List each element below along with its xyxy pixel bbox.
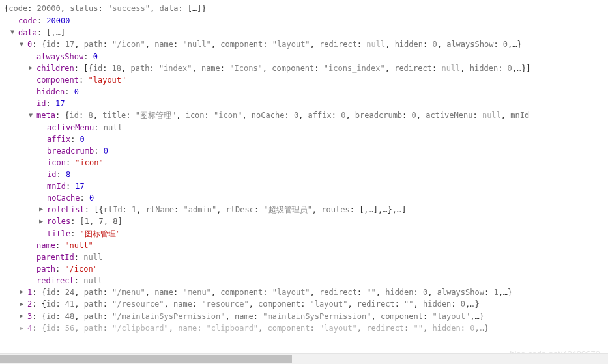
chevron-right-icon[interactable]: ▶ [20,286,26,298]
chevron-down-icon[interactable]: ▼ [10,26,17,38]
prop-affix[interactable]: affix: 0 [0,133,608,145]
prop-path[interactable]: path: "/icon" [0,263,608,275]
array-item-0[interactable]: ▼0: {id: 17, path: "/icon", name: "null"… [0,38,608,51]
prop-meta-id[interactable]: id: 8 [0,169,608,180]
chevron-right-icon[interactable]: ▶ [39,203,46,215]
array-item-4[interactable]: ▶4: {id: 56, path: "/clipboard", name: "… [0,322,608,335]
prop-roleList[interactable]: ▶roleList: [{rlId: 1, rlName: "admin", r… [0,204,608,216]
prop-data[interactable]: ▼data: [,…] [0,27,608,39]
chevron-down-icon[interactable]: ▼ [0,3,3,14]
prop-activeMenu[interactable]: activeMenu: null [0,122,608,133]
chevron-down-icon[interactable]: ▼ [29,109,35,121]
chevron-right-icon[interactable]: ▶ [20,322,26,334]
chevron-right-icon[interactable]: ▶ [29,62,35,74]
prop-children[interactable]: ▶children: [{id: 18, path: "index", name… [0,63,608,75]
prop-name[interactable]: name: "null" [0,240,608,251]
prop-alwaysShow[interactable]: alwaysShow: 0 [0,51,608,63]
prop-hidden[interactable]: hidden: 0 [0,86,608,98]
prop-mnId[interactable]: mnId: 17 [0,180,608,192]
array-item-2[interactable]: ▶2: {id: 41, path: "/resource", name: "r… [0,298,608,311]
prop-parentId[interactable]: parentId: null [0,251,608,263]
array-item-1[interactable]: ▶1: {id: 24, path: "/menu", name: "menu"… [0,287,608,299]
prop-meta[interactable]: ▼meta: {id: 8, title: "图标管理", icon: "ico… [0,109,608,122]
array-item-3[interactable]: ▶3: {id: 48, path: "/maintainSysPermissi… [0,311,608,323]
root-summary[interactable]: ▼{code: 20000, status: "success", data: … [0,3,608,15]
prop-redirect[interactable]: redirect: null [0,275,608,287]
chevron-down-icon[interactable]: ▼ [20,38,26,50]
prop-code[interactable]: code: 20000 [0,15,608,27]
chevron-right-icon[interactable]: ▶ [39,216,46,227]
prop-roles[interactable]: ▶roles: [1, 7, 8] [0,216,608,228]
prop-noCache[interactable]: noCache: 0 [0,192,608,204]
prop-breadcrumb[interactable]: breadcrumb: 0 [0,145,608,157]
prop-component[interactable]: component: "layout" [0,74,608,86]
prop-id[interactable]: id: 17 [0,98,608,109]
chevron-right-icon[interactable]: ▶ [20,310,26,322]
chevron-right-icon[interactable]: ▶ [20,298,26,310]
prop-icon[interactable]: icon: "icon" [0,157,608,169]
prop-title[interactable]: title: "图标管理" [0,228,608,240]
